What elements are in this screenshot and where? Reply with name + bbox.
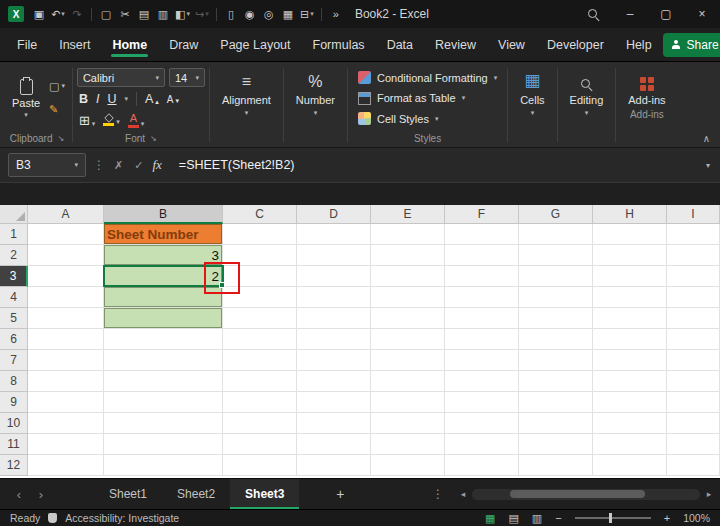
column-header-F[interactable]: F: [445, 205, 519, 224]
cell-A4[interactable]: [28, 287, 104, 308]
save-icon[interactable]: ▣: [30, 3, 48, 25]
addins-group[interactable]: Add-ins Add-ins: [620, 65, 673, 147]
tab-formulas[interactable]: Formulas: [302, 28, 376, 61]
fill-color-button[interactable]: ▾: [103, 114, 120, 126]
increase-font-button[interactable]: A▴: [145, 92, 159, 106]
format-as-table-button[interactable]: Format as Table▾: [354, 89, 501, 108]
column-header-B[interactable]: B: [104, 205, 223, 224]
tab-home[interactable]: Home: [101, 28, 158, 61]
pin-icon[interactable]: ◉: [241, 3, 259, 25]
select-all-button[interactable]: [0, 205, 28, 224]
cell-styles-button[interactable]: Cell Styles▾: [354, 109, 501, 128]
cell-D2[interactable]: [297, 245, 371, 266]
cell-I4[interactable]: [667, 287, 720, 308]
zoom-in-button[interactable]: +: [664, 512, 670, 524]
cell-B10[interactable]: [104, 413, 223, 434]
cell-A8[interactable]: [28, 371, 104, 392]
cell-F2[interactable]: [445, 245, 519, 266]
cell-G4[interactable]: [519, 287, 593, 308]
redo-alt-icon[interactable]: ↪▾: [193, 3, 211, 25]
overflow-icon[interactable]: »: [327, 3, 345, 25]
redo-icon[interactable]: ↷: [68, 3, 86, 25]
cell-E1[interactable]: [371, 224, 445, 245]
cell-D3[interactable]: [297, 266, 371, 287]
cut-icon[interactable]: ✂: [116, 3, 134, 25]
cell-I12[interactable]: [667, 455, 720, 476]
bold-button[interactable]: B: [79, 92, 88, 106]
row-header-7[interactable]: 7: [0, 350, 28, 371]
cell-H7[interactable]: [593, 350, 667, 371]
tab-data[interactable]: Data: [376, 28, 424, 61]
cell-G1[interactable]: [519, 224, 593, 245]
column-header-A[interactable]: A: [28, 205, 104, 224]
normal-view-button[interactable]: ▦: [485, 512, 495, 525]
cell-G9[interactable]: [519, 392, 593, 413]
camera-icon[interactable]: ◎: [260, 3, 278, 25]
cell-C9[interactable]: [223, 392, 297, 413]
tab-options-icon[interactable]: ⋮: [432, 487, 444, 501]
scrollbar-thumb[interactable]: [510, 490, 645, 498]
cell-B3[interactable]: 2: [104, 266, 223, 287]
cell-F11[interactable]: [445, 434, 519, 455]
cell-E9[interactable]: [371, 392, 445, 413]
copy-button[interactable]: ▢▾: [46, 80, 68, 93]
cell-G12[interactable]: [519, 455, 593, 476]
cell-A1[interactable]: [28, 224, 104, 245]
column-header-D[interactable]: D: [297, 205, 371, 224]
zoom-slider[interactable]: [575, 517, 651, 519]
cell-H2[interactable]: [593, 245, 667, 266]
row-header-8[interactable]: 8: [0, 371, 28, 392]
cell-B5[interactable]: [104, 308, 223, 329]
row-header-12[interactable]: 12: [0, 455, 28, 476]
cell-H9[interactable]: [593, 392, 667, 413]
editing-group-button[interactable]: Editing ▾: [562, 65, 612, 147]
close-button[interactable]: ×: [684, 0, 720, 28]
cell-E4[interactable]: [371, 287, 445, 308]
query-icon[interactable]: ⊟▾: [298, 3, 316, 25]
cell-B4[interactable]: [104, 287, 223, 308]
number-group-button[interactable]: % Number ▾: [288, 65, 343, 147]
cell-E10[interactable]: [371, 413, 445, 434]
cell-F5[interactable]: [445, 308, 519, 329]
cell-D5[interactable]: [297, 308, 371, 329]
cell-I2[interactable]: [667, 245, 720, 266]
cell-I10[interactable]: [667, 413, 720, 434]
scroll-left-arrow[interactable]: ◂: [457, 489, 469, 499]
cell-A5[interactable]: [28, 308, 104, 329]
cell-H4[interactable]: [593, 287, 667, 308]
cell-F8[interactable]: [445, 371, 519, 392]
cell-B7[interactable]: [104, 350, 223, 371]
underline-button[interactable]: U: [107, 92, 116, 106]
cell-H12[interactable]: [593, 455, 667, 476]
cell-G3[interactable]: [519, 266, 593, 287]
cell-D1[interactable]: [297, 224, 371, 245]
cell-C11[interactable]: [223, 434, 297, 455]
cell-C12[interactable]: [223, 455, 297, 476]
format-painter-button[interactable]: ✎: [46, 103, 68, 116]
formula-input[interactable]: =SHEET(Sheet2!B2): [169, 158, 699, 172]
font-color-button[interactable]: A ▾: [128, 113, 145, 128]
accessibility-status[interactable]: Accessibility: Investigate: [65, 512, 179, 524]
cell-H11[interactable]: [593, 434, 667, 455]
font-size-combo[interactable]: 14▾: [169, 68, 205, 87]
row-header-9[interactable]: 9: [0, 392, 28, 413]
sheet-tab-sheet2[interactable]: Sheet2: [162, 479, 230, 509]
cell-A7[interactable]: [28, 350, 104, 371]
prev-sheet-button[interactable]: ‹: [8, 487, 30, 502]
picture-icon[interactable]: ▤: [135, 3, 153, 25]
decrease-font-button[interactable]: A▾: [167, 94, 179, 105]
font-dialog-launcher[interactable]: ↘: [150, 134, 157, 143]
cell-F9[interactable]: [445, 392, 519, 413]
cell-D4[interactable]: [297, 287, 371, 308]
scrollbar-track[interactable]: [472, 489, 700, 500]
minimize-button[interactable]: –: [612, 0, 648, 28]
cell-C3[interactable]: [223, 266, 297, 287]
maximize-button[interactable]: ▢: [648, 0, 684, 28]
cell-E6[interactable]: [371, 329, 445, 350]
cell-F1[interactable]: [445, 224, 519, 245]
cell-E7[interactable]: [371, 350, 445, 371]
sheet-tab-sheet3[interactable]: Sheet3: [230, 479, 299, 509]
cell-A6[interactable]: [28, 329, 104, 350]
paste-button[interactable]: Paste ▾: [6, 65, 46, 130]
cell-D11[interactable]: [297, 434, 371, 455]
